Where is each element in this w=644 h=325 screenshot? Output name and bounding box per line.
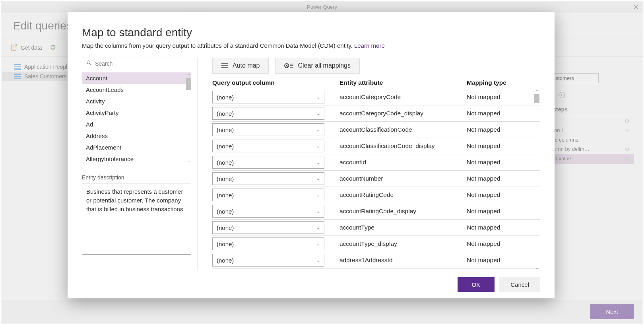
clear-all-mappings-button[interactable]: Clear all mappings [275,58,360,74]
mapping-row: (none)⌄accountRatingCode_displayNot mapp… [212,203,540,220]
dropdown-value: (none) [217,241,234,247]
entity-description-label: Entity description [82,174,191,181]
chevron-down-icon: ⌄ [316,176,320,181]
query-column-dropdown[interactable]: (none)⌄ [212,172,324,185]
mapping-type-cell: Not mapped [467,93,540,101]
ok-button[interactable]: OK [458,277,495,292]
scroll-thumb[interactable] [534,94,539,103]
entity-list-item[interactable]: Activity [82,95,191,107]
mapping-row: (none)⌄accountIdNot mapped [212,154,540,171]
entity-picker: AccountAccountLeadsActivityActivityParty… [82,58,198,271]
mapping-type-cell: Not mapped [467,142,540,150]
dropdown-value: (none) [217,257,234,264]
mapping-row: (none)⌄accountClassificationCodeNot mapp… [212,122,540,138]
svg-line-4 [90,64,91,65]
grid-scrollbar[interactable]: ⌃ ⌄ [533,89,540,271]
dropdown-value: (none) [217,208,234,215]
query-column-dropdown[interactable]: (none)⌄ [212,91,324,103]
dropdown-value: (none) [217,110,234,117]
mapping-type-cell: Not mapped [467,208,540,215]
mapping-type-cell: Not mapped [467,191,540,199]
mapping-row: (none)⌄accountClassificationCode_display… [212,138,540,154]
mapping-row: (none)⌄accountCategoryCode_displayNot ma… [212,105,540,122]
mapping-row: (none)⌄accountType_displayNot mapped [212,236,540,252]
mapping-row: (none)⌄accountCategoryCodeNot mapped [212,89,540,105]
query-column-dropdown[interactable]: (none)⌄ [212,237,324,250]
entity-list-item[interactable]: AccountLeads [82,84,191,95]
query-column-dropdown[interactable]: (none)⌄ [212,140,324,152]
chevron-down-icon: ⌄ [316,127,320,132]
query-column-dropdown[interactable]: (none)⌄ [212,123,324,136]
column-header-query: Query output column [212,79,339,86]
chevron-down-icon: ⌄ [316,95,320,100]
svg-point-8 [222,63,223,64]
mapping-row: (none)⌄accountNumberNot mapped [212,171,540,187]
dropdown-value: (none) [217,143,234,150]
entity-list-item[interactable]: Account [82,72,191,84]
entity-attribute-cell: accountClassificationCode_display [339,142,467,150]
entity-list-item[interactable]: AdPlacement [82,142,191,153]
mapping-type-cell: Not mapped [467,257,540,264]
mapping-grid: (none)⌄accountCategoryCodeNot mapped(non… [212,89,540,271]
entity-description-text: Business that represents a customer or p… [82,183,191,255]
mapping-type-cell: Not mapped [467,126,540,133]
query-column-dropdown[interactable]: (none)⌄ [212,156,324,169]
mapping-type-cell: Not mapped [467,159,540,166]
query-column-dropdown[interactable]: (none)⌄ [212,107,324,120]
dialog-subtitle: Map the columns from your query output t… [82,42,540,49]
learn-more-link[interactable]: Learn more [354,42,385,49]
entity-attribute-cell: accountType [339,224,467,231]
entity-attribute-cell: accountNumber [339,175,467,182]
entity-list[interactable]: AccountAccountLeadsActivityActivityParty… [82,72,191,164]
mapping-panel: Auto map Clear all mappings Query output… [212,58,540,271]
map-to-standard-entity-dialog: Map to standard entity Map the columns f… [68,12,555,298]
column-header-mapping: Mapping type [467,79,540,86]
mapping-row: (none)⌄address1AddressIdNot mapped [212,252,540,269]
query-column-dropdown[interactable]: (none)⌄ [212,254,324,267]
chevron-down-icon: ⌄ [316,111,320,116]
chevron-down-icon: ⌄ [316,144,320,149]
search-input-wrap[interactable] [82,58,191,69]
search-icon [86,60,92,67]
entity-list-item[interactable]: Ad [82,119,191,130]
dropdown-value: (none) [217,159,234,166]
dropdown-value: (none) [217,175,234,182]
entity-attribute-cell: accountRatingCode [339,191,467,199]
query-column-dropdown[interactable]: (none)⌄ [212,221,324,234]
mapping-row: (none)⌄accountRatingCodeNot mapped [212,187,540,203]
entity-list-item[interactable]: Address [82,130,191,142]
entity-list-scrollbar[interactable]: ⌃ ⌄ [185,72,192,164]
auto-map-label: Auto map [233,62,260,69]
mapping-type-cell: Not mapped [467,240,540,247]
mapping-type-cell: Not mapped [467,224,540,231]
auto-map-button[interactable]: Auto map [212,58,269,74]
entity-attribute-cell: accountCategoryCode [339,93,467,101]
entity-attribute-cell: accountId [339,159,467,166]
svg-point-10 [222,67,223,68]
scroll-up-icon[interactable]: ⌃ [533,89,540,94]
dropdown-value: (none) [217,126,234,133]
scroll-down-icon[interactable]: ⌄ [185,158,192,164]
mapping-grid-header: Query output column Entity attribute Map… [212,79,540,89]
column-header-entity: Entity attribute [339,79,467,86]
auto-map-icon [221,63,229,68]
dialog-title: Map to standard entity [82,26,540,39]
chevron-down-icon: ⌄ [316,193,320,198]
chevron-down-icon: ⌄ [316,209,320,214]
scroll-thumb[interactable] [186,78,191,90]
mapping-type-cell: Not mapped [467,175,540,182]
clear-all-label: Clear all mappings [298,62,351,69]
cancel-button[interactable]: Cancel [499,277,540,292]
svg-point-9 [222,65,223,66]
query-column-dropdown[interactable]: (none)⌄ [212,205,324,218]
scroll-up-icon[interactable]: ⌃ [185,72,192,78]
entity-attribute-cell: accountClassificationCode [339,126,467,133]
chevron-down-icon: ⌄ [316,258,320,263]
entity-attribute-cell: accountType_display [339,240,467,247]
scroll-down-icon[interactable]: ⌄ [533,265,540,271]
search-input[interactable] [95,60,187,67]
entity-list-item[interactable]: AllergyIntolerance [82,153,191,164]
entity-list-item[interactable]: ActivityParty [82,107,191,119]
dropdown-value: (none) [217,192,234,199]
query-column-dropdown[interactable]: (none)⌄ [212,189,324,201]
